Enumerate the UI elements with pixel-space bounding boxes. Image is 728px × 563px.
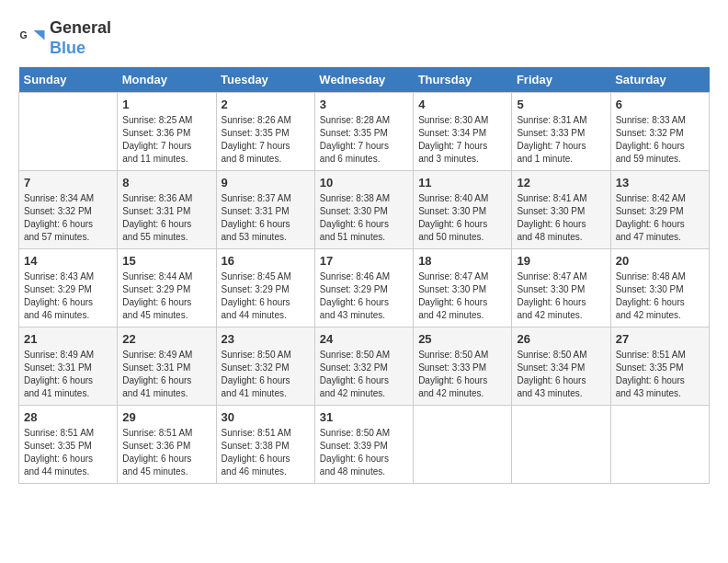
day-info: Sunrise: 8:51 AM Sunset: 3:35 PM Dayligh… <box>24 427 112 478</box>
day-info: Sunrise: 8:36 AM Sunset: 3:31 PM Dayligh… <box>122 192 210 244</box>
day-cell: 7Sunrise: 8:34 AM Sunset: 3:32 PM Daylig… <box>19 171 118 249</box>
day-number: 12 <box>517 176 605 190</box>
day-cell: 3Sunrise: 8:28 AM Sunset: 3:35 PM Daylig… <box>314 93 413 171</box>
svg-marker-1 <box>34 30 45 40</box>
day-number: 16 <box>222 254 310 268</box>
day-number: 15 <box>122 254 210 268</box>
day-cell: 22Sunrise: 8:49 AM Sunset: 3:31 PM Dayli… <box>118 327 216 406</box>
day-info: Sunrise: 8:47 AM Sunset: 3:30 PM Dayligh… <box>418 270 506 322</box>
svg-text:G: G <box>20 29 28 40</box>
header-cell-monday: Monday <box>118 67 216 93</box>
day-cell: 20Sunrise: 8:48 AM Sunset: 3:30 PM Dayli… <box>610 249 709 327</box>
day-cell: 31Sunrise: 8:50 AM Sunset: 3:39 PM Dayli… <box>314 406 413 484</box>
day-number: 2 <box>222 98 310 111</box>
day-info: Sunrise: 8:37 AM Sunset: 3:31 PM Dayligh… <box>222 192 310 244</box>
day-number: 20 <box>616 254 704 268</box>
week-row-3: 14Sunrise: 8:43 AM Sunset: 3:29 PM Dayli… <box>19 249 710 327</box>
week-row-2: 7Sunrise: 8:34 AM Sunset: 3:32 PM Daylig… <box>19 171 710 249</box>
day-cell: 6Sunrise: 8:33 AM Sunset: 3:32 PM Daylig… <box>610 93 709 171</box>
day-info: Sunrise: 8:48 AM Sunset: 3:30 PM Dayligh… <box>616 270 704 322</box>
day-info: Sunrise: 8:25 AM Sunset: 3:36 PM Dayligh… <box>122 114 210 166</box>
header-row: SundayMondayTuesdayWednesdayThursdayFrid… <box>19 67 710 93</box>
day-cell: 13Sunrise: 8:42 AM Sunset: 3:29 PM Dayli… <box>610 171 709 249</box>
day-number: 22 <box>122 332 210 346</box>
day-info: Sunrise: 8:45 AM Sunset: 3:29 PM Dayligh… <box>222 270 310 322</box>
day-info: Sunrise: 8:42 AM Sunset: 3:29 PM Dayligh… <box>616 192 704 244</box>
day-cell: 25Sunrise: 8:50 AM Sunset: 3:33 PM Dayli… <box>414 327 512 406</box>
day-cell: 26Sunrise: 8:50 AM Sunset: 3:34 PM Dayli… <box>512 327 610 406</box>
day-cell: 18Sunrise: 8:47 AM Sunset: 3:30 PM Dayli… <box>414 249 512 327</box>
day-number: 17 <box>320 254 408 268</box>
day-info: Sunrise: 8:31 AM Sunset: 3:33 PM Dayligh… <box>517 114 605 166</box>
page-header: G GeneralBlue <box>18 18 710 58</box>
day-cell <box>512 406 610 484</box>
day-info: Sunrise: 8:30 AM Sunset: 3:34 PM Dayligh… <box>418 114 506 166</box>
day-number: 10 <box>320 176 408 190</box>
day-cell: 16Sunrise: 8:45 AM Sunset: 3:29 PM Dayli… <box>216 249 314 327</box>
day-cell: 24Sunrise: 8:50 AM Sunset: 3:32 PM Dayli… <box>314 327 413 406</box>
day-cell <box>19 93 118 171</box>
header-cell-sunday: Sunday <box>19 67 118 93</box>
day-info: Sunrise: 8:50 AM Sunset: 3:34 PM Dayligh… <box>517 349 605 400</box>
day-cell: 10Sunrise: 8:38 AM Sunset: 3:30 PM Dayli… <box>314 171 413 249</box>
logo: G GeneralBlue <box>18 18 111 58</box>
day-info: Sunrise: 8:34 AM Sunset: 3:32 PM Dayligh… <box>24 192 112 244</box>
day-cell: 15Sunrise: 8:44 AM Sunset: 3:29 PM Dayli… <box>118 249 216 327</box>
day-cell: 14Sunrise: 8:43 AM Sunset: 3:29 PM Dayli… <box>19 249 118 327</box>
day-info: Sunrise: 8:49 AM Sunset: 3:31 PM Dayligh… <box>24 349 112 400</box>
day-cell: 2Sunrise: 8:26 AM Sunset: 3:35 PM Daylig… <box>216 93 314 171</box>
day-number: 1 <box>122 98 210 111</box>
day-info: Sunrise: 8:44 AM Sunset: 3:29 PM Dayligh… <box>122 270 210 322</box>
day-number: 3 <box>320 98 408 111</box>
day-number: 29 <box>122 410 210 424</box>
day-cell <box>414 406 512 484</box>
day-cell: 23Sunrise: 8:50 AM Sunset: 3:32 PM Dayli… <box>216 327 314 406</box>
day-cell: 5Sunrise: 8:31 AM Sunset: 3:33 PM Daylig… <box>512 93 610 171</box>
day-cell: 30Sunrise: 8:51 AM Sunset: 3:38 PM Dayli… <box>216 406 314 484</box>
day-number: 30 <box>222 410 310 424</box>
day-cell <box>610 406 709 484</box>
day-info: Sunrise: 8:38 AM Sunset: 3:30 PM Dayligh… <box>320 192 408 244</box>
day-info: Sunrise: 8:50 AM Sunset: 3:33 PM Dayligh… <box>418 349 506 400</box>
day-cell: 19Sunrise: 8:47 AM Sunset: 3:30 PM Dayli… <box>512 249 610 327</box>
day-cell: 8Sunrise: 8:36 AM Sunset: 3:31 PM Daylig… <box>118 171 216 249</box>
header-cell-thursday: Thursday <box>414 67 512 93</box>
day-info: Sunrise: 8:33 AM Sunset: 3:32 PM Dayligh… <box>616 114 704 166</box>
day-info: Sunrise: 8:40 AM Sunset: 3:30 PM Dayligh… <box>418 192 506 244</box>
day-number: 23 <box>222 332 310 346</box>
day-number: 19 <box>517 254 605 268</box>
day-number: 28 <box>24 410 112 424</box>
day-info: Sunrise: 8:50 AM Sunset: 3:32 PM Dayligh… <box>320 349 408 400</box>
day-cell: 27Sunrise: 8:51 AM Sunset: 3:35 PM Dayli… <box>610 327 709 406</box>
day-cell: 28Sunrise: 8:51 AM Sunset: 3:35 PM Dayli… <box>19 406 118 484</box>
day-info: Sunrise: 8:51 AM Sunset: 3:38 PM Dayligh… <box>222 427 310 478</box>
day-info: Sunrise: 8:50 AM Sunset: 3:32 PM Dayligh… <box>222 349 310 400</box>
header-cell-friday: Friday <box>512 67 610 93</box>
day-number: 5 <box>517 98 605 111</box>
day-number: 4 <box>418 98 506 111</box>
day-cell: 12Sunrise: 8:41 AM Sunset: 3:30 PM Dayli… <box>512 171 610 249</box>
day-number: 13 <box>616 176 704 190</box>
day-number: 11 <box>418 176 506 190</box>
day-number: 8 <box>122 176 210 190</box>
header-cell-tuesday: Tuesday <box>216 67 314 93</box>
day-info: Sunrise: 8:46 AM Sunset: 3:29 PM Dayligh… <box>320 270 408 322</box>
day-number: 18 <box>418 254 506 268</box>
day-number: 7 <box>24 176 112 190</box>
header-cell-wednesday: Wednesday <box>314 67 413 93</box>
day-cell: 29Sunrise: 8:51 AM Sunset: 3:36 PM Dayli… <box>118 406 216 484</box>
day-number: 31 <box>320 410 408 424</box>
day-cell: 4Sunrise: 8:30 AM Sunset: 3:34 PM Daylig… <box>414 93 512 171</box>
week-row-5: 28Sunrise: 8:51 AM Sunset: 3:35 PM Dayli… <box>19 406 710 484</box>
day-info: Sunrise: 8:41 AM Sunset: 3:30 PM Dayligh… <box>517 192 605 244</box>
day-number: 25 <box>418 332 506 346</box>
day-info: Sunrise: 8:51 AM Sunset: 3:35 PM Dayligh… <box>616 349 704 400</box>
day-number: 26 <box>517 332 605 346</box>
day-cell: 17Sunrise: 8:46 AM Sunset: 3:29 PM Dayli… <box>314 249 413 327</box>
day-cell: 21Sunrise: 8:49 AM Sunset: 3:31 PM Dayli… <box>19 327 118 406</box>
header-cell-saturday: Saturday <box>610 67 709 93</box>
day-info: Sunrise: 8:28 AM Sunset: 3:35 PM Dayligh… <box>320 114 408 166</box>
day-number: 24 <box>320 332 408 346</box>
day-info: Sunrise: 8:43 AM Sunset: 3:29 PM Dayligh… <box>24 270 112 322</box>
day-info: Sunrise: 8:50 AM Sunset: 3:39 PM Dayligh… <box>320 427 408 478</box>
